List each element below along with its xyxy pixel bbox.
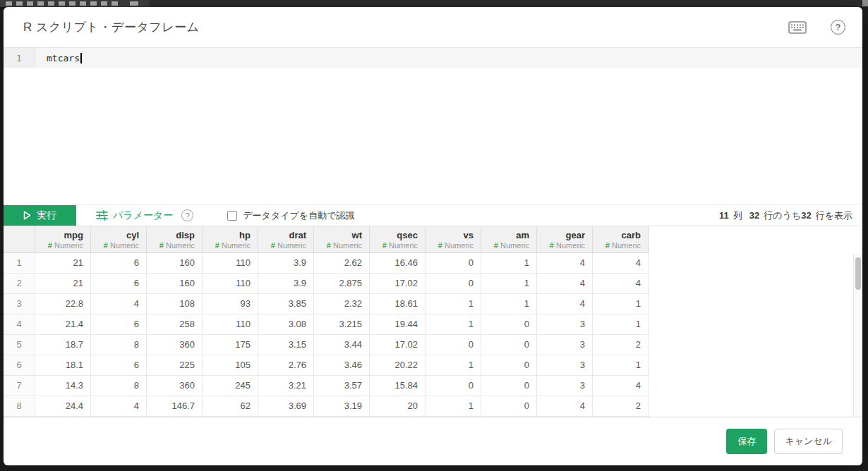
- table-cell: 110: [203, 274, 258, 293]
- help-icon[interactable]: ?: [831, 20, 845, 35]
- table-cell: 17.02: [370, 335, 426, 355]
- table-cell: 3.57: [314, 376, 370, 396]
- table-cell: 3.08: [258, 314, 314, 334]
- column-name: cyl: [94, 229, 139, 241]
- column-type: # Numeric: [596, 241, 641, 250]
- cancel-button[interactable]: キャンセル: [774, 429, 843, 454]
- autodetect-types-checkbox[interactable]: [227, 211, 237, 221]
- code-line[interactable]: mtcars: [35, 48, 862, 68]
- text-caret: [80, 53, 82, 63]
- column-name: hp: [205, 229, 251, 241]
- background-tab-icon: [130, 1, 138, 6]
- table-cell: 15.84: [370, 376, 426, 396]
- column-header-drat[interactable]: drat# Numeric: [258, 226, 314, 252]
- dialog-footer: 保存 キャンセル: [4, 417, 862, 465]
- table-cell: 360: [147, 376, 203, 396]
- column-header-wt[interactable]: wt# Numeric: [314, 226, 370, 252]
- column-name: vs: [428, 229, 474, 241]
- column-header-mpg[interactable]: mpg# Numeric: [35, 226, 91, 252]
- column-name: am: [484, 229, 529, 241]
- table-cell: 258: [147, 314, 203, 334]
- table-cell: 93: [203, 294, 258, 314]
- column-name: qsec: [373, 229, 418, 241]
- dialog-title: R スクリプト・データフレーム: [23, 19, 788, 35]
- table-cell: 0: [426, 274, 481, 293]
- table-cell: 146.7: [147, 396, 203, 416]
- row-number: 3: [4, 294, 35, 314]
- column-type: # Numeric: [484, 241, 529, 250]
- table-cell: 3.9: [258, 253, 314, 273]
- table-scrollbar-track[interactable]: [853, 254, 862, 417]
- table-cell: 3: [537, 314, 593, 334]
- table-cell: 3: [537, 355, 593, 375]
- sliders-icon: [96, 210, 108, 221]
- r-script-dataframe-dialog: R スクリプト・データフレーム ? 1 mtcars 実行: [4, 7, 862, 465]
- autodetect-types-checkbox-group[interactable]: データタイプを自動で認識: [227, 205, 354, 226]
- column-type: # Numeric: [205, 241, 251, 250]
- table-cell: 1: [426, 396, 481, 416]
- table-cell: 6: [91, 355, 147, 375]
- table-row: 618.162251052.763.4620.221031: [4, 355, 649, 376]
- table-cell: 0: [426, 376, 481, 396]
- table-cell: 4: [91, 294, 147, 314]
- table-cell: 20.22: [370, 355, 426, 375]
- table-cell: 4: [593, 274, 649, 293]
- column-header-carb[interactable]: carb# Numeric: [593, 226, 649, 252]
- line-number: 1: [4, 48, 35, 68]
- editor-toolbar: 実行 パラメーター ? データタイプを自動で認識 11列32行のうち32行を表示: [4, 204, 862, 226]
- table-cell: 0: [426, 335, 481, 355]
- column-header-gear[interactable]: gear# Numeric: [537, 226, 593, 252]
- table-cell: 6: [91, 314, 147, 334]
- table-cell: 2.32: [314, 294, 370, 314]
- keyboard-shortcuts-icon[interactable]: [788, 21, 807, 34]
- table-cell: 1: [593, 314, 649, 334]
- table-cell: 4: [537, 396, 593, 416]
- column-type: # Numeric: [150, 241, 195, 250]
- table-cell: 4: [91, 396, 147, 416]
- column-header-cyl[interactable]: cyl# Numeric: [91, 226, 147, 252]
- table-cell: 360: [147, 335, 203, 355]
- table-cell: 0: [481, 396, 537, 416]
- table-cell: 3.85: [258, 294, 314, 314]
- table-row: 22161601103.92.87517.020144: [4, 274, 649, 294]
- table-cell: 1: [481, 294, 537, 314]
- parameters-help-icon[interactable]: ?: [181, 209, 193, 221]
- table-scrollbar-thumb[interactable]: [855, 257, 861, 290]
- column-header-vs[interactable]: vs# Numeric: [426, 226, 481, 252]
- row-number: 5: [4, 335, 35, 355]
- r-script-editor[interactable]: 1 mtcars: [4, 48, 862, 204]
- code-text: mtcars: [47, 53, 80, 63]
- column-count: 11: [719, 210, 729, 221]
- table-row: 518.783601753.153.4417.020032: [4, 335, 649, 355]
- column-header-hp[interactable]: hp# Numeric: [203, 226, 258, 252]
- table-cell: 16.46: [370, 253, 426, 273]
- table-cell: 18.7: [35, 335, 91, 355]
- column-header-disp[interactable]: disp# Numeric: [147, 226, 203, 252]
- table-cell: 245: [203, 376, 258, 396]
- table-cell: 3.9: [258, 274, 314, 293]
- column-name: wt: [317, 229, 362, 241]
- table-cell: 1: [481, 274, 537, 293]
- run-button-label: 実行: [37, 209, 56, 222]
- editor-active-line: 1 mtcars: [4, 48, 862, 68]
- table-cell: 1: [426, 314, 481, 334]
- table-cell: 8: [91, 335, 147, 355]
- table-cell: 3.44: [314, 335, 370, 355]
- table-header-row: mpg# Numericcyl# Numericdisp# Numerichp#…: [4, 226, 649, 253]
- table-row: 421.462581103.083.21519.441031: [4, 314, 649, 335]
- column-header-am[interactable]: am# Numeric: [481, 226, 537, 252]
- save-button[interactable]: 保存: [726, 429, 767, 454]
- column-type: # Numeric: [540, 241, 585, 250]
- table-cell: 175: [203, 335, 258, 355]
- column-name: mpg: [38, 229, 83, 241]
- table-row: 714.383602453.213.5715.840034: [4, 376, 649, 396]
- table-cell: 0: [426, 253, 481, 273]
- table-cell: 19.44: [370, 314, 426, 334]
- run-button[interactable]: 実行: [4, 205, 76, 226]
- table-cell: 22.8: [35, 294, 91, 314]
- background-top-strip: [0, 0, 868, 7]
- dataframe-preview-table: mpg# Numericcyl# Numericdisp# Numerichp#…: [4, 226, 862, 417]
- table-cell: 2: [593, 396, 649, 416]
- column-header-qsec[interactable]: qsec# Numeric: [370, 226, 426, 252]
- parameters-button[interactable]: パラメーター: [96, 205, 173, 226]
